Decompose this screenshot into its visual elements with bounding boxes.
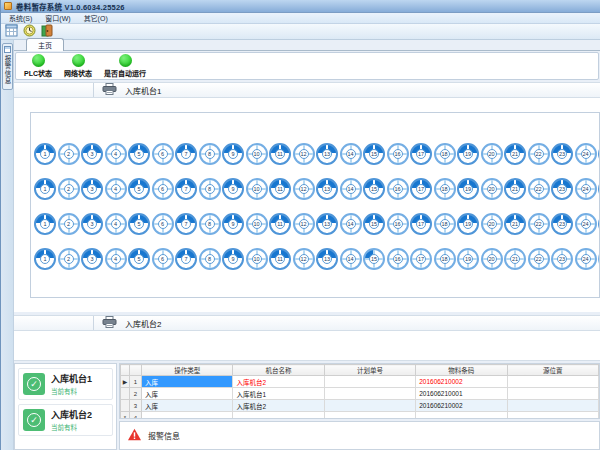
column-header[interactable]: 计划单号 [324,365,415,376]
row-marker: * [121,412,130,420]
machine-card[interactable]: ✓入库机台2当前有料 [18,404,113,436]
slot-number: 24 [581,149,591,159]
machine2-print-button[interactable] [101,317,117,330]
slot-number: 1 [40,184,50,194]
column-header[interactable]: 物料条码 [416,365,507,376]
status-label: PLC状态 [24,68,52,78]
coil-slot: 6 [152,143,174,165]
table-cell[interactable] [324,412,415,420]
slot-number: 9 [228,149,238,159]
slot-row: 1234567891011121314151617181920212223242… [34,248,599,270]
coil-slot: 21 [504,248,526,270]
column-header[interactable]: 源位置 [507,365,598,376]
slot-number: 16 [393,184,403,194]
slot-number: 21 [510,219,520,229]
table-row[interactable]: 3入库入库机台2201606210002 [121,400,599,412]
table-cell[interactable]: 入库 [142,400,233,412]
coil-slot: 15 [363,248,385,270]
table-row[interactable]: 2入库入库机台1201606210001 [121,388,599,400]
coil-slot: 19 [457,178,479,200]
table-cell[interactable]: 入库机台2 [233,376,324,388]
collapsed-panel-label: 报警信息 [2,55,12,85]
machine1-print-button[interactable] [101,84,117,97]
coil-slot: 14 [340,248,362,270]
coil-slot: 15 [363,143,385,165]
slot-number: 17 [416,149,426,159]
tab-home[interactable]: 主页 [26,38,64,51]
table-cell[interactable] [324,400,415,412]
slot-number: 8 [205,184,215,194]
coil-slot: 13 [316,143,338,165]
slot-row: 1234567891011121314151617181920212223242… [34,143,599,165]
exit-button[interactable] [40,25,54,39]
slot-number: 11 [275,254,285,264]
collapsed-alarm-panel-tab[interactable]: 报警信息 [2,43,13,90]
coil-slot: 17 [410,178,432,200]
alarm-label: 报警信息 [148,430,180,441]
coil-slot: 8 [199,143,221,165]
machine-card[interactable]: ✓入库机台1当前有料 [18,368,113,400]
coil-slot: 17 [410,213,432,235]
menu-bar: 系统(S)窗口(W)其它(O) [1,13,600,24]
column-header[interactable]: 机台名称 [233,365,324,376]
table-cell[interactable] [324,376,415,388]
slot-number: 4 [111,184,121,194]
table-cell[interactable] [142,412,233,420]
clock-button[interactable] [22,25,36,39]
table-row[interactable]: *4 [121,412,599,420]
grid-schedule-button[interactable] [4,25,18,39]
slot-number: 20 [487,219,497,229]
coil-slot: 16 [387,213,409,235]
slot-number: 23 [557,184,567,194]
app-icon [4,2,12,10]
check-mark: ✓ [27,377,41,391]
slot-number: 21 [510,149,520,159]
coil-slot: 24 [575,248,597,270]
table-cell[interactable] [416,412,507,420]
coil-slot: 7 [175,248,197,270]
slot-number: 1 [40,219,50,229]
slot-number: 4 [111,219,121,229]
coil-slot: 6 [152,248,174,270]
coil-slot: 20 [481,213,503,235]
table-cell[interactable]: 201606210001 [416,388,507,400]
slot-number: 9 [228,254,238,264]
menu-item[interactable]: 系统(S) [5,13,41,23]
coil-slot: 3 [81,213,103,235]
coil-slot: 20 [481,248,503,270]
table-cell[interactable]: 201606210002 [416,376,507,388]
table-cell[interactable]: 入库机台2 [233,400,324,412]
coil-slot: 12 [293,213,315,235]
menu-item[interactable]: 窗口(W) [41,13,79,23]
table-cell[interactable] [507,412,598,420]
coil-slot: 14 [340,178,362,200]
table-cell[interactable]: 入库 [142,376,233,388]
table-cell[interactable]: 201606210002 [416,400,507,412]
slot-number: 8 [205,254,215,264]
coil-slot: 15 [363,178,385,200]
slot-number: 11 [275,184,285,194]
slot-number: 2 [64,184,74,194]
table-cell[interactable]: 入库 [142,388,233,400]
check-mark: ✓ [27,413,41,427]
header-spacer [14,316,94,330]
operation-table: 操作类型机台名称计划单号物料条码源位置 ▶1入库入库机台220160621000… [120,364,599,419]
coil-slot: 23 [551,143,573,165]
table-cell[interactable] [233,412,324,420]
row-marker-header [121,365,130,376]
menu-item[interactable]: 其它(O) [80,13,117,23]
slot-number: 7 [181,219,191,229]
table-cell[interactable] [507,400,598,412]
coil-slot: 1 [34,213,56,235]
slot-number: 21 [510,254,520,264]
table-row[interactable]: ▶1入库入库机台2201606210002 [121,376,599,388]
coil-slot: 9 [222,248,244,270]
table-cell[interactable] [324,388,415,400]
slot-number: 10 [252,254,262,264]
coil-slot: 17 [410,248,432,270]
row-number: 4 [130,412,142,420]
table-cell[interactable]: 入库机台1 [233,388,324,400]
column-header[interactable]: 操作类型 [142,365,233,376]
table-cell[interactable] [507,388,598,400]
table-cell[interactable] [507,376,598,388]
